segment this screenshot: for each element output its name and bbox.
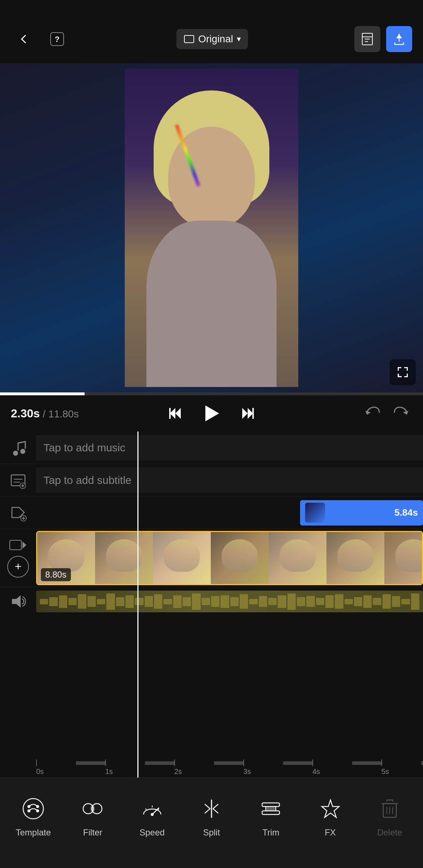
export-button[interactable] (386, 26, 412, 52)
video-thumb-2 (95, 532, 153, 584)
ruler-label-0s: 0s (36, 767, 44, 776)
svg-point-35 (27, 809, 30, 812)
ruler-mark-3s: 3s (243, 760, 283, 776)
music-track-icon (0, 439, 36, 457)
video-thumb-7 (384, 532, 423, 584)
header-right (354, 26, 412, 52)
effect-clip[interactable]: 5.84s (300, 500, 423, 526)
toolbar-item-fx[interactable]: FX (300, 794, 360, 838)
svg-marker-10 (205, 405, 219, 421)
ruler-label-4s: 4s (312, 767, 320, 776)
time-display: 2.30s / 11.80s (11, 407, 145, 420)
svg-rect-13 (252, 408, 254, 419)
subtitle-placeholder-text: Tap to add subtitle (36, 474, 132, 486)
trim-icon (256, 794, 285, 823)
music-placeholder-text: Tap to add music (36, 442, 125, 454)
ruler-marks: 0s 1s 2s 3s (36, 761, 423, 776)
video-thumb-3 (153, 532, 211, 584)
chevron-down-icon: ▾ (237, 34, 241, 44)
timeline-ruler: 0s 1s 2s 3s (0, 760, 423, 778)
speed-label: Speed (140, 827, 164, 838)
ruler-mark-1s: 1s (105, 760, 145, 776)
ruler-mark-0s: 0s (36, 760, 76, 776)
video-duration-badge: 8.80s (41, 568, 71, 581)
video-frame (125, 69, 298, 387)
svg-rect-46 (262, 811, 279, 814)
video-track-icon: + (0, 539, 36, 578)
music-track-content[interactable]: Tap to add music (36, 431, 423, 464)
fx-label: FX (325, 827, 336, 838)
svg-point-14 (13, 451, 18, 456)
template-icon (19, 794, 48, 823)
toolbar-item-template[interactable]: Template (4, 794, 63, 838)
redo-button[interactable] (390, 403, 412, 424)
video-canvas (0, 63, 423, 392)
play-button[interactable] (197, 399, 226, 428)
ruler-label-1s: 1s (105, 767, 113, 776)
svg-marker-7 (170, 408, 175, 419)
audio-track-content[interactable] (36, 591, 423, 612)
subtitle-track-placeholder-area[interactable]: Tap to add subtitle (36, 468, 423, 493)
toolbar-item-speed[interactable]: Speed (123, 794, 182, 838)
toolbar-item-delete[interactable]: Delete (360, 794, 419, 838)
timeline-progress-fill (0, 392, 85, 395)
svg-point-33 (27, 805, 30, 808)
split-label: Split (203, 827, 220, 838)
svg-rect-47 (266, 807, 276, 811)
skip-backward-button[interactable] (164, 403, 186, 424)
help-button[interactable]: ? (44, 26, 70, 52)
effect-track-content[interactable]: 5.84s (36, 497, 423, 529)
video-track: + 8.80s (0, 529, 423, 587)
playback-controls: 2.30s / 11.80s (0, 395, 423, 431)
svg-point-36 (36, 809, 39, 812)
back-button[interactable] (11, 26, 37, 52)
toolbar-item-split[interactable]: Split (182, 794, 241, 838)
video-thumb-4 (211, 532, 269, 584)
svg-point-34 (36, 805, 39, 808)
subtitle-track-content[interactable]: Tap to add subtitle (36, 464, 423, 496)
ruler-label-2s: 2s (174, 767, 182, 776)
video-thumb-5 (269, 532, 326, 584)
svg-rect-29 (10, 540, 21, 550)
video-track-add-button[interactable]: + (7, 556, 29, 578)
header: ? Original ▾ (0, 0, 423, 63)
aspect-ratio-button[interactable]: Original ▾ (176, 29, 248, 49)
ruler-label-3s: 3s (243, 767, 251, 776)
fullscreen-button[interactable] (390, 359, 416, 385)
filter-icon (78, 794, 107, 823)
toolbar-item-filter[interactable]: Filter (63, 794, 122, 838)
undo-button[interactable] (362, 403, 383, 424)
svg-marker-11 (248, 408, 253, 419)
delete-label: Delete (377, 827, 402, 838)
skip-forward-button[interactable] (237, 403, 258, 424)
music-track: Tap to add music (0, 431, 423, 464)
delete-icon (375, 794, 404, 823)
music-track-placeholder-area[interactable]: Tap to add music (36, 435, 423, 460)
body-layer (146, 221, 277, 387)
effect-duration: 5.84s (394, 507, 418, 518)
timeline-progress-bar[interactable] (0, 392, 423, 395)
playhead (137, 431, 138, 778)
video-thumb-6 (326, 532, 384, 584)
split-icon (197, 794, 226, 823)
header-left: ? (11, 26, 70, 52)
subtitle-track: Tap to add subtitle (0, 464, 423, 497)
current-time: 2.30s (11, 407, 40, 420)
audio-track (0, 587, 423, 616)
svg-marker-12 (242, 408, 248, 419)
svg-marker-31 (12, 595, 21, 608)
svg-text:?: ? (55, 35, 59, 44)
svg-point-15 (20, 449, 25, 454)
tracks-area: Tap to add music Tap to add subtitle (0, 431, 423, 778)
playback-buttons (145, 399, 278, 428)
svg-rect-4 (362, 33, 372, 37)
total-time: 11.80s (48, 408, 79, 420)
svg-marker-30 (22, 541, 26, 549)
svg-point-40 (151, 813, 154, 816)
video-track-content[interactable]: 8.80s (36, 531, 423, 585)
svg-rect-45 (262, 803, 279, 807)
toolbar-item-trim[interactable]: Trim (241, 794, 300, 838)
svg-rect-2 (184, 35, 194, 43)
save-draft-button[interactable] (354, 26, 380, 52)
svg-line-16 (18, 442, 25, 443)
